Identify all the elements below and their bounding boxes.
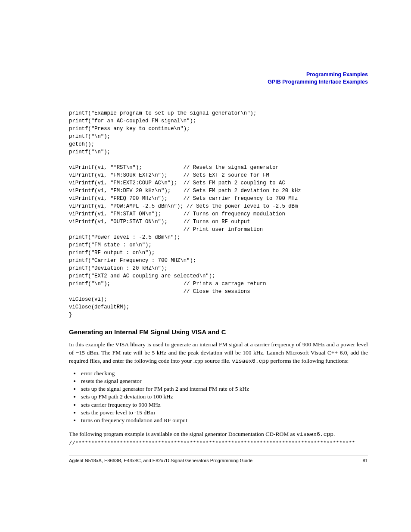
paragraph-1: In this example the VISA library is used… (69, 341, 368, 365)
para2-mono: visaex6.cpp (296, 431, 333, 438)
page-footer: Agilent N518xA, E8663B, E44x8C, and E82x… (69, 458, 368, 463)
list-item: sets carrier frequency to 900 MHz (80, 401, 368, 409)
bullet-list: error checking resets the signal generat… (69, 370, 368, 425)
paragraph-2: The following program example is availab… (69, 430, 368, 439)
list-item: sets up FM path 2 deviation to 100 kHz (80, 393, 368, 401)
list-item: resets the signal generator (80, 377, 368, 385)
footer-left: Agilent N518xA, E8663B, E44x8C, and E82x… (69, 458, 252, 463)
list-item: sets up the signal generator for FM path… (80, 385, 368, 393)
footer-rule (69, 455, 368, 455)
list-item: sets the power level to -15 dBm (80, 409, 368, 417)
list-item: turns on frequency modulation and RF out… (80, 417, 368, 424)
para2-text-a: The following program example is availab… (69, 431, 296, 437)
code-divider-line: //**************************************… (69, 439, 368, 447)
header-chapter: Programming Examples (69, 71, 368, 78)
page-container: Programming Examples GPIB Programming In… (0, 0, 411, 489)
para1-text-b: performs the following functions: (269, 358, 349, 364)
para1-mono: visaex6.cpp (232, 358, 269, 364)
header-section: GPIB Programming Interface Examples (69, 78, 368, 86)
code-listing-1: printf("Example program to set up the si… (69, 109, 368, 319)
page-number: 81 (363, 458, 368, 463)
list-item: error checking (80, 370, 368, 377)
section-heading: Generating an Internal FM Signal Using V… (69, 328, 368, 336)
para2-text-b: . (333, 431, 335, 437)
header-links: Programming Examples GPIB Programming In… (69, 71, 368, 86)
